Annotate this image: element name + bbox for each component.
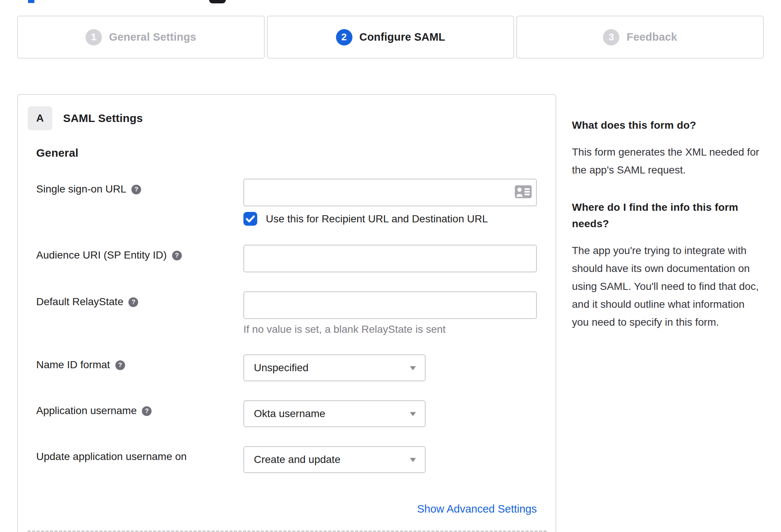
step-number-badge: 2	[336, 29, 352, 46]
update-username-label: Update application username on	[36, 451, 187, 463]
step-label: Configure SAML	[360, 31, 445, 43]
show-advanced-settings-link[interactable]: Show Advanced Settings	[417, 503, 537, 515]
help-icon[interactable]: ?	[115, 360, 125, 370]
application-username-select[interactable]: Okta username	[243, 400, 426, 427]
help-icon[interactable]: ?	[131, 185, 141, 194]
sso-url-row: Single sign-on URL ?	[36, 179, 546, 226]
help-icon[interactable]: ?	[172, 251, 182, 260]
step-general-settings[interactable]: 1 General Settings	[17, 16, 265, 59]
update-username-select[interactable]: Create and update	[243, 446, 426, 473]
address-card-icon	[515, 185, 532, 200]
application-username-label: Application username	[36, 405, 137, 417]
audience-uri-label: Audience URI (SP Entity ID)	[36, 249, 167, 261]
dropdown-arrow-icon	[410, 458, 416, 462]
step-number-badge: 3	[603, 29, 619, 46]
help-icon[interactable]: ?	[142, 406, 152, 416]
name-id-format-row: Name ID format ? Unspecified	[36, 354, 546, 381]
section-a-badge: A	[28, 106, 52, 130]
panel-title: SAML Settings	[63, 112, 143, 125]
help-section-what: What does this form do? This form genera…	[572, 117, 764, 179]
update-username-value: Create and update	[254, 454, 340, 466]
help-body: The app you're trying to integrate with …	[572, 242, 764, 331]
step-feedback[interactable]: 3 Feedback	[516, 16, 764, 59]
audience-uri-input[interactable]	[243, 245, 537, 272]
relay-state-hint: If no value is set, a blank RelayState i…	[243, 323, 546, 335]
step-configure-saml[interactable]: 2 Configure SAML	[267, 16, 514, 59]
dropdown-arrow-icon	[410, 412, 416, 416]
relay-state-row: Default RelayState ? If no value is set,…	[36, 291, 546, 335]
audience-uri-row: Audience URI (SP Entity ID) ?	[36, 245, 546, 272]
relay-state-input[interactable]	[243, 291, 537, 319]
name-id-format-label-wrap: Name ID format ?	[36, 354, 243, 371]
dropdown-arrow-icon	[410, 366, 416, 370]
help-icon[interactable]: ?	[128, 297, 138, 307]
help-section-where: Where do I find the info this form needs…	[572, 199, 764, 331]
relay-state-label: Default RelayState	[36, 296, 123, 308]
step-number-badge: 1	[85, 29, 102, 46]
name-id-format-value: Unspecified	[254, 362, 308, 374]
cutoff-dark-element	[209, 0, 226, 3]
application-username-row: Application username ? Okta username	[36, 400, 546, 427]
sso-url-label-wrap: Single sign-on URL ?	[36, 179, 243, 195]
recipient-url-checkbox-label: Use this for Recipient URL and Destinati…	[266, 213, 488, 225]
name-id-format-label: Name ID format	[36, 359, 110, 371]
sso-url-label: Single sign-on URL	[36, 183, 126, 195]
help-heading: Where do I find the info this form needs…	[572, 199, 764, 232]
application-username-label-wrap: Application username ?	[36, 400, 243, 417]
step-label: Feedback	[626, 31, 677, 43]
recipient-url-checkbox[interactable]	[243, 212, 257, 226]
wizard-stepper: 1 General Settings 2 Configure SAML 3 Fe…	[17, 16, 764, 59]
cutoff-blue-element	[28, 0, 34, 3]
update-username-row: Update application username on Create an…	[36, 446, 546, 473]
help-body: This form generates the XML needed for t…	[572, 143, 764, 179]
update-username-label-wrap: Update application username on	[36, 446, 243, 463]
step-label: General Settings	[109, 31, 196, 43]
help-heading: What does this form do?	[572, 117, 764, 134]
configure-saml-page: 1 General Settings 2 Configure SAML 3 Fe…	[0, 0, 781, 532]
section-divider-dashed	[28, 531, 547, 532]
saml-settings-panel: A SAML Settings General Single sign-on U…	[17, 94, 556, 532]
relay-state-label-wrap: Default RelayState ?	[36, 291, 243, 308]
application-username-value: Okta username	[254, 408, 325, 420]
sso-url-input[interactable]	[243, 179, 537, 206]
help-sidebar: What does this form do? This form genera…	[572, 94, 764, 331]
audience-uri-label-wrap: Audience URI (SP Entity ID) ?	[36, 245, 243, 261]
general-group-heading: General	[36, 147, 546, 159]
name-id-format-select[interactable]: Unspecified	[243, 354, 426, 381]
saml-general-form: General Single sign-on URL ?	[36, 147, 546, 515]
